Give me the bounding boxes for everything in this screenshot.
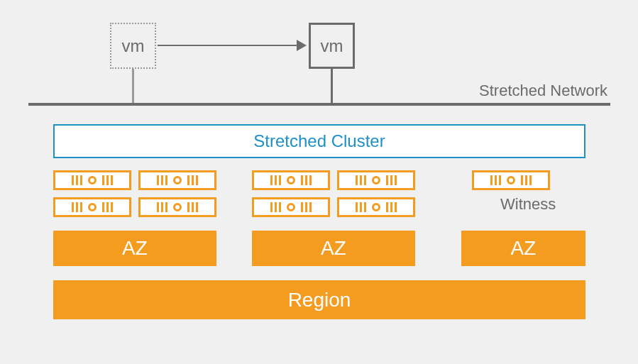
server-bars-icon	[490, 175, 501, 185]
server-bars-icon	[270, 175, 281, 185]
stretched-cluster-label: Stretched Cluster	[253, 131, 385, 151]
server-disc-icon	[88, 176, 97, 184]
az-box-0: AZ	[53, 231, 216, 266]
server-witness-0	[472, 170, 550, 190]
vm-source-box: vm	[110, 23, 156, 69]
server-bars-icon	[72, 175, 82, 185]
server-az2-2	[252, 197, 330, 217]
server-disc-icon	[173, 203, 182, 211]
vm-source-stem	[132, 69, 134, 103]
server-disc-icon	[507, 176, 515, 184]
server-bars-icon	[102, 175, 113, 185]
server-disc-icon	[88, 203, 97, 211]
server-disc-icon	[372, 203, 380, 211]
server-disc-icon	[173, 176, 182, 184]
server-bars-icon	[356, 202, 366, 212]
server-disc-icon	[287, 203, 295, 211]
witness-label: Witness	[500, 195, 556, 214]
server-az1-1	[138, 170, 216, 190]
az-label: AZ	[321, 237, 346, 260]
stretched-network-label: Stretched Network	[479, 82, 607, 100]
server-az1-2	[53, 197, 131, 217]
vm-dest-box: vm	[309, 23, 355, 69]
server-disc-icon	[372, 176, 380, 184]
diagram-canvas: { "vm": { "source_label": "vm", "dest_la…	[0, 0, 638, 364]
server-bars-icon	[157, 175, 167, 185]
vm-dest-label: vm	[321, 36, 343, 56]
stretched-cluster-box: Stretched Cluster	[53, 124, 585, 158]
az-box-2: AZ	[461, 231, 585, 266]
vm-source-label: vm	[122, 36, 145, 56]
server-disc-icon	[287, 176, 295, 184]
server-bars-icon	[157, 202, 167, 212]
server-bars-icon	[187, 202, 198, 212]
server-bars-icon	[187, 175, 198, 185]
stretched-network-line	[28, 103, 610, 106]
server-az1-3	[138, 197, 216, 217]
az-label: AZ	[511, 237, 537, 260]
server-bars-icon	[270, 202, 281, 212]
server-bars-icon	[386, 202, 397, 212]
server-az2-0	[252, 170, 330, 190]
vm-dest-stem	[331, 69, 333, 103]
server-bars-icon	[301, 202, 312, 212]
server-az1-0	[53, 170, 131, 190]
server-az2-3	[337, 197, 415, 217]
server-bars-icon	[102, 202, 113, 212]
region-label: Region	[288, 289, 351, 311]
server-bars-icon	[521, 175, 532, 185]
region-box: Region	[53, 280, 585, 319]
migration-arrow-line	[158, 45, 298, 46]
az-box-1: AZ	[252, 231, 415, 266]
server-bars-icon	[356, 175, 366, 185]
migration-arrow-head-icon	[297, 40, 307, 51]
server-bars-icon	[386, 175, 397, 185]
server-bars-icon	[72, 202, 82, 212]
server-bars-icon	[301, 175, 312, 185]
server-az2-1	[337, 170, 415, 190]
az-label: AZ	[122, 237, 148, 260]
